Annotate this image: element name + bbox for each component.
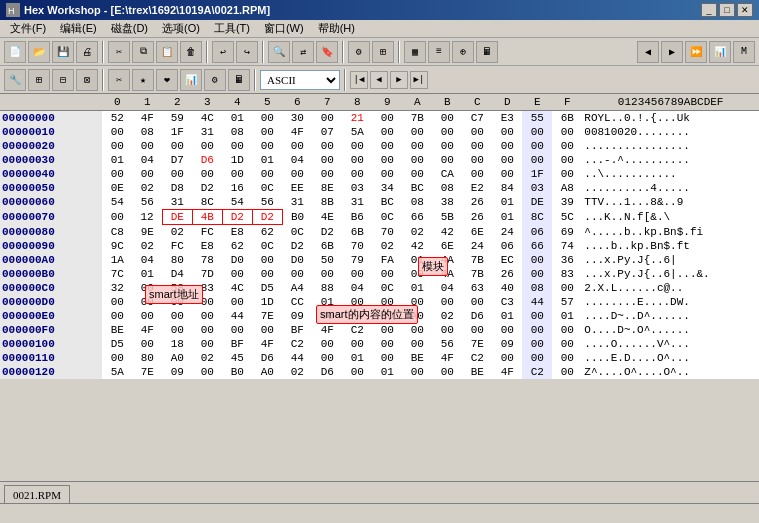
tb2-btn7[interactable]: 📊 (180, 69, 202, 91)
hex-cell[interactable]: 00 (132, 139, 162, 153)
hex-cell[interactable]: 00 (522, 253, 552, 267)
hex-cell[interactable]: 01 (312, 295, 342, 309)
hex-cell[interactable]: 00 (372, 351, 402, 365)
hex-cell[interactable]: 00 (342, 167, 372, 181)
hex-cell[interactable]: 4F (252, 337, 282, 351)
hex-cell[interactable]: 88 (312, 281, 342, 295)
hex-cell[interactable]: 9C (102, 239, 132, 253)
hex-cell[interactable]: 40 (492, 281, 522, 295)
hex-cell[interactable]: 6B (552, 111, 582, 126)
hex-cell[interactable]: 00 (192, 167, 222, 181)
nav-next-button[interactable]: ▶ (661, 41, 683, 63)
hex-cell[interactable]: 74 (552, 239, 582, 253)
hex-cell[interactable]: 66 (402, 210, 432, 225)
hex-cell[interactable]: 7D (192, 267, 222, 281)
menu-help[interactable]: 帮助(H) (312, 20, 361, 37)
hex-cell[interactable]: 01 (342, 351, 372, 365)
hex-cell[interactable]: 39 (552, 195, 582, 210)
hex-cell[interactable]: 00 (132, 309, 162, 323)
tb2-btn9[interactable]: 🖩 (228, 69, 250, 91)
hex-cell[interactable]: 01 (402, 281, 432, 295)
hex-cell[interactable]: 01 (492, 195, 522, 210)
hex-cell[interactable]: 00 (552, 167, 582, 181)
hex-cell[interactable]: 00 (342, 153, 372, 167)
hex-cell[interactable]: 00 (312, 111, 342, 126)
minimize-button[interactable]: _ (701, 3, 717, 17)
hex-cell[interactable]: 04 (432, 281, 462, 295)
hex-cell[interactable]: 01 (402, 253, 432, 267)
hex-cell[interactable]: 00 (402, 125, 432, 139)
nav-back-btn[interactable]: ◀ (370, 71, 388, 89)
hex-cell[interactable]: 04 (342, 281, 372, 295)
hex-cell[interactable]: 00 (372, 167, 402, 181)
hex-cell[interactable]: 09 (492, 337, 522, 351)
hex-cell[interactable]: 00 (492, 351, 522, 365)
hex-cell[interactable]: 01 (102, 153, 132, 167)
hex-cell[interactable]: 07 (312, 125, 342, 139)
hex-cell[interactable]: 02 (192, 351, 222, 365)
hex-cell[interactable]: 00 (102, 210, 132, 225)
hex-cell[interactable]: 04 (282, 153, 312, 167)
hex-cell[interactable]: 00 (552, 281, 582, 295)
hex-cell[interactable]: 54 (222, 195, 252, 210)
hex-cell[interactable]: 00 (372, 323, 402, 337)
hex-cell[interactable]: 30 (282, 111, 312, 126)
hex-cell[interactable]: 00 (222, 167, 252, 181)
hex-cell[interactable]: DE (162, 210, 192, 225)
hex-cell[interactable]: C3 (492, 295, 522, 309)
menu-disk[interactable]: 磁盘(D) (105, 20, 154, 37)
hex-cell[interactable]: 08 (522, 281, 552, 295)
hex-cell[interactable]: 00 (132, 167, 162, 181)
hex-cell[interactable]: BE (402, 351, 432, 365)
hex-cell[interactable]: FC (162, 239, 192, 253)
hex-cell[interactable]: 50 (312, 253, 342, 267)
hex-cell[interactable]: 8C (192, 195, 222, 210)
hex-cell[interactable]: C2 (282, 337, 312, 351)
hex-cell[interactable]: 31 (162, 195, 192, 210)
hex-cell[interactable]: 00 (522, 153, 552, 167)
tool3-button[interactable]: ▦ (404, 41, 426, 63)
hex-cell[interactable]: 08 (402, 195, 432, 210)
hex-cell[interactable]: 00 (252, 111, 282, 126)
hex-cell[interactable]: 55 (522, 111, 552, 126)
hex-cell[interactable]: 42 (402, 239, 432, 253)
save-button[interactable]: 💾 (52, 41, 74, 63)
hex-cell[interactable]: 7E (252, 309, 282, 323)
hex-cell[interactable]: 4C (222, 281, 252, 295)
hex-cell[interactable]: 56 (132, 195, 162, 210)
hex-cell[interactable]: 00 (102, 167, 132, 181)
hex-cell[interactable]: 00 (222, 295, 252, 309)
hex-cell[interactable]: 00 (312, 267, 342, 281)
tb2-btn6[interactable]: ❤ (156, 69, 178, 91)
hex-cell[interactable]: 09 (282, 309, 312, 323)
hex-cell[interactable]: 00 (312, 309, 342, 323)
hex-cell[interactable]: 02 (132, 239, 162, 253)
hex-cell[interactable]: E8 (192, 239, 222, 253)
hex-cell[interactable]: 00 (342, 365, 372, 379)
hex-cell[interactable]: 4F (282, 125, 312, 139)
hex-cell[interactable]: 34 (372, 181, 402, 195)
hex-cell[interactable]: 7B (462, 253, 492, 267)
hex-cell[interactable]: BF (222, 337, 252, 351)
undo-button[interactable]: ↩ (212, 41, 234, 63)
hex-cell[interactable]: 00 (492, 323, 522, 337)
hex-cell[interactable]: BC (372, 195, 402, 210)
hex-cell[interactable]: 83 (192, 281, 222, 295)
hex-cell[interactable]: 26 (492, 267, 522, 281)
hex-cell[interactable]: 12 (132, 210, 162, 225)
hex-cell[interactable]: 36 (552, 253, 582, 267)
hex-cell[interactable]: 4F (132, 323, 162, 337)
hex-cell[interactable]: 01 (492, 210, 522, 225)
hex-cell[interactable]: 7E (462, 337, 492, 351)
hex-cell[interactable]: 00 (132, 337, 162, 351)
hex-cell[interactable]: 00 (432, 153, 462, 167)
hex-cell[interactable]: A0 (252, 365, 282, 379)
tb2-btn1[interactable]: ⊞ (28, 69, 50, 91)
hex-cell[interactable]: FA (372, 253, 402, 267)
hex-cell[interactable]: 0E (102, 181, 132, 195)
hex-cell[interactable]: 84 (492, 181, 522, 195)
hex-cell[interactable]: 00 (162, 295, 192, 309)
hex-cell[interactable]: 02 (372, 239, 402, 253)
hex-cell[interactable]: E3 (492, 111, 522, 126)
find-button[interactable]: 🔍 (268, 41, 290, 63)
